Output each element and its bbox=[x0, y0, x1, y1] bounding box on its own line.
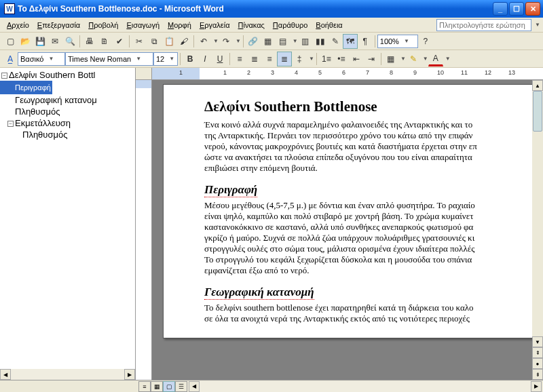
collapse-icon[interactable]: − bbox=[7, 121, 14, 127]
print-preview-icon[interactable]: 🗎 bbox=[97, 34, 112, 49]
horizontal-ruler[interactable]: 1 1 2 3 4 5 6 7 8 9 10 11 12 13 bbox=[152, 68, 543, 79]
show-para-icon[interactable]: ¶ bbox=[358, 34, 373, 49]
bold-button[interactable]: B bbox=[183, 52, 198, 66]
highlight-dropdown[interactable]: ▼ bbox=[421, 56, 428, 62]
numbering-icon[interactable]: 1≡ bbox=[319, 52, 334, 66]
spacing-dropdown[interactable]: ▼ bbox=[307, 56, 314, 62]
minimize-button[interactable]: _ bbox=[493, 2, 508, 16]
excel-icon[interactable]: ▥ bbox=[298, 34, 313, 49]
font-color-icon[interactable]: A bbox=[428, 52, 443, 66]
maximize-button[interactable]: ☐ bbox=[509, 2, 524, 16]
font-color-dropdown[interactable]: ▼ bbox=[443, 56, 451, 62]
app-icon: W bbox=[4, 3, 15, 14]
scroll-left-icon[interactable]: ◀ bbox=[0, 369, 11, 380]
insert-table-icon[interactable]: ▤ bbox=[276, 34, 291, 49]
close-button[interactable]: ✕ bbox=[525, 2, 540, 16]
scroll-thumb[interactable] bbox=[533, 91, 542, 132]
align-right-icon[interactable]: ≡ bbox=[262, 52, 277, 66]
spellcheck-icon[interactable]: ✔ bbox=[112, 34, 127, 49]
redo-icon[interactable]: ↷ bbox=[219, 34, 233, 49]
font-select[interactable]: Times New Roman▼ bbox=[65, 52, 153, 66]
scroll-track[interactable] bbox=[532, 132, 543, 336]
undo-dropdown[interactable]: ▼ bbox=[211, 38, 219, 44]
redo-dropdown[interactable]: ▼ bbox=[233, 38, 241, 44]
zoom-value: 100% bbox=[380, 37, 399, 45]
cut-icon[interactable]: ✂ bbox=[132, 34, 147, 49]
outline-item-population-2[interactable]: Πληθυσμός bbox=[0, 129, 135, 140]
outdent-icon[interactable]: ⇤ bbox=[349, 52, 364, 66]
align-left-icon[interactable]: ≡ bbox=[232, 52, 247, 66]
styles-pane-icon[interactable]: A̲ bbox=[3, 52, 18, 66]
normal-view-icon[interactable]: ≡ bbox=[138, 381, 151, 392]
help-dropdown-icon[interactable]: ▼ bbox=[533, 22, 540, 28]
align-center-icon[interactable]: ≣ bbox=[247, 52, 262, 66]
highlight-icon[interactable]: ✎ bbox=[406, 52, 421, 66]
borders-icon[interactable]: ▦ bbox=[383, 52, 398, 66]
format-painter-icon[interactable]: 🖌 bbox=[176, 34, 191, 49]
align-justify-icon[interactable]: ≣ bbox=[277, 52, 292, 66]
doc-scroll-area: Δελφίνι Southern Bottlenose Ένα κοινό αλ… bbox=[136, 80, 543, 380]
hyperlink-icon[interactable]: 🔗 bbox=[246, 34, 261, 49]
open-icon[interactable]: 📂 bbox=[18, 34, 33, 49]
web-view-icon[interactable]: ▦ bbox=[151, 381, 163, 392]
menu-tools[interactable]: Εργαλεία bbox=[195, 20, 234, 31]
browse-object-icon[interactable]: ● bbox=[532, 358, 543, 369]
collapse-icon[interactable]: − bbox=[1, 73, 7, 79]
undo-icon[interactable]: ↶ bbox=[196, 34, 211, 49]
scroll-right-icon[interactable]: ▶ bbox=[531, 381, 542, 392]
italic-button[interactable]: I bbox=[198, 52, 212, 66]
next-page-icon[interactable]: ⇟ bbox=[532, 369, 543, 380]
print-icon[interactable]: 🖶 bbox=[82, 34, 97, 49]
print-layout-view-icon[interactable]: ▢ bbox=[163, 381, 175, 392]
separator bbox=[243, 35, 244, 47]
horizontal-scrollbar[interactable]: ◀ ▶ bbox=[189, 381, 542, 392]
menu-insert[interactable]: Εισαγωγή bbox=[122, 20, 164, 31]
vertical-ruler[interactable] bbox=[136, 80, 152, 380]
search-icon[interactable]: 🔍 bbox=[62, 34, 77, 49]
size-select[interactable]: 12▼ bbox=[153, 52, 178, 66]
borders-dropdown[interactable]: ▼ bbox=[398, 56, 406, 62]
bullets-icon[interactable]: •≡ bbox=[334, 52, 349, 66]
outline-item-description[interactable]: Περιγραφή bbox=[0, 81, 52, 94]
menu-window[interactable]: Παράθυρο bbox=[269, 20, 312, 31]
help-icon[interactable]: ? bbox=[418, 34, 433, 49]
copy-icon[interactable]: ⧉ bbox=[147, 34, 162, 49]
columns-icon[interactable]: ▮▮ bbox=[313, 34, 328, 49]
scroll-down-icon[interactable]: ▼ bbox=[532, 336, 543, 347]
outline-item-geography[interactable]: Γεωγραφική κατανομ bbox=[0, 94, 135, 106]
doc-heading-2: Περιγραφή bbox=[204, 183, 257, 197]
drawing-icon[interactable]: ✎ bbox=[328, 34, 343, 49]
outline-root[interactable]: −Δελφίνι Southern Bottl bbox=[0, 69, 135, 81]
outline-view-icon[interactable]: ☰ bbox=[175, 381, 187, 392]
help-search-input[interactable] bbox=[436, 19, 531, 31]
scroll-track[interactable] bbox=[200, 381, 531, 392]
scroll-right-icon[interactable]: ▶ bbox=[124, 369, 135, 380]
menu-format[interactable]: Μορφή bbox=[164, 20, 195, 31]
save-icon[interactable]: 💾 bbox=[33, 34, 48, 49]
scroll-left-icon[interactable]: ◀ bbox=[189, 381, 200, 392]
indent-icon[interactable]: ⇥ bbox=[364, 52, 379, 66]
page-viewport[interactable]: Δελφίνι Southern Bottlenose Ένα κοινό αλ… bbox=[152, 80, 543, 380]
table-dropdown[interactable]: ▼ bbox=[291, 38, 298, 44]
doc-map-icon[interactable]: 🗺 bbox=[343, 34, 358, 49]
paste-icon[interactable]: 📋 bbox=[162, 34, 176, 49]
line-spacing-icon[interactable]: ‡ bbox=[292, 52, 307, 66]
zoom-select[interactable]: 100%▼ bbox=[377, 35, 418, 48]
underline-button[interactable]: U bbox=[212, 52, 227, 66]
menu-table[interactable]: Πίνακας bbox=[234, 20, 269, 31]
scroll-up-icon[interactable]: ▲ bbox=[532, 80, 543, 91]
tables-borders-icon[interactable]: ▦ bbox=[261, 34, 276, 49]
mail-icon[interactable]: ✉ bbox=[48, 34, 62, 49]
document-page[interactable]: Δελφίνι Southern Bottlenose Ένα κοινό αλ… bbox=[163, 84, 543, 338]
outline-item-population[interactable]: Πληθυσμός bbox=[0, 106, 135, 117]
menu-help[interactable]: Βοήθεια bbox=[312, 20, 346, 31]
style-select[interactable]: Βασικό▼ bbox=[18, 52, 65, 66]
prev-page-icon[interactable]: ⇞ bbox=[532, 347, 543, 358]
menu-edit[interactable]: Επεξεργασία bbox=[33, 20, 84, 31]
menu-view[interactable]: Προβολή bbox=[84, 20, 122, 31]
menu-file[interactable]: Αρχείο bbox=[3, 20, 33, 31]
scroll-track[interactable] bbox=[11, 369, 124, 380]
new-doc-icon[interactable]: ▢ bbox=[3, 34, 18, 49]
outline-root-2[interactable]: −Εκμετάλλευση bbox=[0, 117, 135, 129]
vertical-scrollbar[interactable]: ▲ ▼ ⇞ ● ⇟ bbox=[532, 80, 543, 380]
